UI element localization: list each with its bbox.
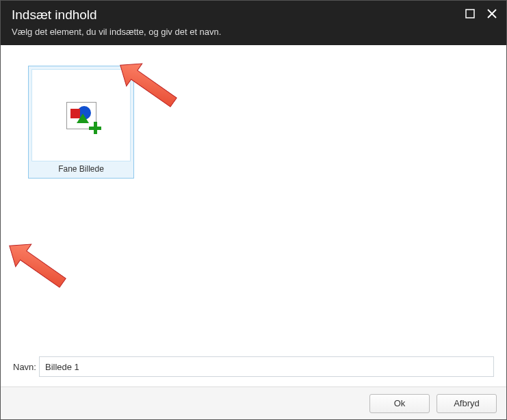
image-shapes-icon (66, 102, 96, 129)
name-label: Navn: (13, 362, 36, 372)
maximize-button[interactable] (464, 8, 476, 20)
tile-preview (31, 69, 131, 161)
name-field-row: Navn: (13, 356, 494, 377)
tile-label: Fane Billede (31, 161, 131, 174)
name-input[interactable] (39, 356, 494, 377)
dialog-subtitle: Vælg det element, du vil indsætte, og gi… (12, 27, 495, 37)
dialog-title: Indsæt indhold (12, 8, 495, 23)
dialog-titlebar: Indsæt indhold Vælg det element, du vil … (1, 1, 506, 45)
close-button[interactable] (486, 8, 498, 20)
window-controls (464, 8, 498, 20)
plus-icon (89, 122, 101, 134)
dialog-content: Fane Billede Navn: (1, 45, 506, 386)
dialog-footer: Ok Afbryd (1, 386, 506, 419)
ok-button[interactable]: Ok (369, 394, 430, 413)
svg-marker-4 (1, 237, 70, 294)
annotation-arrow-icon (0, 237, 75, 305)
tile-fane-billede[interactable]: Fane Billede (28, 66, 134, 179)
insert-content-dialog: Indsæt indhold Vælg det element, du vil … (0, 0, 507, 420)
svg-rect-0 (466, 10, 474, 18)
cancel-button[interactable]: Afbryd (437, 394, 497, 413)
